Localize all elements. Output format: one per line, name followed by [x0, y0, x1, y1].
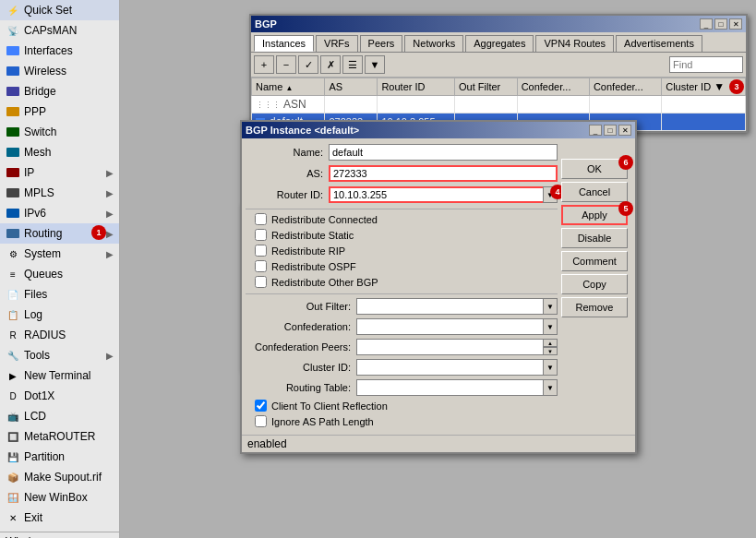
col-out-filter[interactable]: Out Filter: [455, 78, 518, 96]
sidebar-item-metarouter[interactable]: 🔲 MetaROUTER: [0, 426, 119, 447]
tab-networks[interactable]: Networks: [404, 35, 463, 52]
redist-ospf-checkbox[interactable]: [255, 260, 267, 272]
search-input[interactable]: [669, 56, 743, 73]
tab-aggregates[interactable]: Aggregates: [465, 35, 534, 52]
sidebar-item-new-terminal[interactable]: ▶ New Terminal: [0, 365, 119, 386]
enable-button[interactable]: ✓: [298, 55, 318, 74]
out-filter-label: Out Filter:: [246, 301, 356, 312]
confederation-peers-input[interactable]: [356, 339, 543, 355]
sidebar-item-new-winbox[interactable]: 🪟 New WinBox: [0, 487, 119, 508]
col-name[interactable]: Name ▲: [252, 78, 325, 96]
ppp-icon: [6, 104, 20, 119]
sidebar-item-interfaces[interactable]: Interfaces: [0, 41, 119, 61]
dialog-restore-btn[interactable]: □: [604, 125, 617, 136]
filter-button[interactable]: ▼: [365, 55, 385, 74]
peers-down-arrow[interactable]: ▼: [543, 347, 558, 355]
confederation-input[interactable]: [356, 318, 543, 335]
sidebar-item-switch[interactable]: Switch: [0, 122, 119, 142]
out-filter-arrow[interactable]: ▼: [543, 298, 558, 315]
sidebar-item-ipv6[interactable]: IPv6 ▶: [0, 203, 119, 223]
router-id-wrapper: ▼: [329, 186, 558, 203]
sidebar-item-partition[interactable]: 💾 Partition: [0, 447, 119, 467]
sidebar-item-mpls[interactable]: MPLS ▶: [0, 183, 119, 203]
disable-button[interactable]: ✗: [320, 55, 341, 74]
routing-icon: [6, 226, 20, 241]
ignore-as-path-checkbox[interactable]: [255, 415, 267, 427]
cluster-id-arrow[interactable]: ▼: [543, 359, 558, 376]
dialog-copy-button[interactable]: Copy: [561, 274, 628, 294]
client-reflection-checkbox[interactable]: [255, 400, 267, 412]
sidebar-item-queues[interactable]: ≡ Queues: [0, 264, 119, 284]
confederation-peers-label: Confederation Peers:: [246, 341, 356, 353]
sidebar-item-bridge[interactable]: Bridge: [0, 81, 119, 102]
remove-button[interactable]: −: [276, 55, 296, 74]
sidebar-item-ppp[interactable]: PPP: [0, 102, 119, 122]
confederation-arrow[interactable]: ▼: [543, 318, 558, 335]
tab-instances[interactable]: Instances: [254, 35, 314, 52]
router-id-input[interactable]: [329, 186, 543, 203]
name-row: Name:: [246, 144, 558, 161]
sidebar-item-make-supout[interactable]: 📦 Make Supout.rif: [0, 467, 119, 487]
sidebar-item-quickset[interactable]: ⚡ Quick Set: [0, 0, 119, 20]
col-router-id[interactable]: Router ID: [378, 78, 455, 96]
sidebar-item-system[interactable]: ⚙ System ▶: [0, 244, 119, 264]
dialog-minimize-btn[interactable]: _: [589, 125, 602, 136]
sidebar-item-ip[interactable]: IP ▶: [0, 162, 119, 183]
dialog-body: Name: AS: Router ID: ▼ 4: [242, 138, 635, 435]
bgp-minimize-btn[interactable]: _: [700, 18, 713, 30]
sidebar-item-files[interactable]: 📄 Files: [0, 284, 119, 305]
log-icon: 📋: [6, 307, 20, 322]
tab-advertisements[interactable]: Advertisements: [616, 35, 702, 52]
apply-badge: 5: [618, 201, 633, 216]
dialog-close-btn[interactable]: ✕: [618, 125, 631, 136]
routing-table-input[interactable]: [356, 379, 543, 396]
peers-up-arrow[interactable]: ▲: [543, 339, 558, 347]
sidebar-item-exit[interactable]: ✕ Exit: [0, 508, 119, 528]
redist-other-bgp-checkbox[interactable]: [255, 276, 267, 288]
redist-rip-checkbox[interactable]: [255, 245, 267, 257]
tab-vrfs[interactable]: VRFs: [316, 35, 358, 52]
client-reflection-row: Client To Client Reflection: [246, 400, 558, 412]
bgp-close-btn[interactable]: ✕: [729, 18, 742, 30]
new-winbox-icon: 🪟: [6, 490, 20, 505]
dialog-remove-button[interactable]: Remove: [561, 297, 628, 317]
system-icon: ⚙: [6, 246, 20, 261]
sidebar-item-log[interactable]: 📋 Log: [0, 305, 119, 325]
sidebar-item-wireless[interactable]: Wireless: [0, 61, 119, 81]
cluster-id-input[interactable]: [356, 359, 543, 376]
partition-icon: 💾: [6, 449, 20, 464]
dialog-disable-button[interactable]: Disable: [561, 228, 628, 248]
confederation-wrapper: ▼: [356, 318, 558, 335]
add-button[interactable]: +: [254, 55, 274, 74]
redist-static-checkbox[interactable]: [255, 229, 267, 241]
tools-icon: 🔧: [6, 348, 20, 363]
as-input[interactable]: [329, 165, 558, 182]
redist-other-bgp-label: Redistribute Other BGP: [271, 277, 378, 288]
bgp-titlebar: BGP _ □ ✕: [251, 16, 746, 32]
sidebar-item-routing[interactable]: Routing ▶ 1: [0, 223, 119, 244]
new-terminal-icon: ▶: [6, 368, 20, 383]
dialog-comment-button[interactable]: Comment: [561, 251, 628, 271]
bgp-restore-btn[interactable]: □: [714, 18, 727, 30]
tab-peers[interactable]: Peers: [360, 35, 403, 52]
col-confeder2[interactable]: Confeder...: [589, 78, 661, 96]
sidebar-item-capsman[interactable]: 📡 CAPsMAN: [0, 20, 119, 41]
redist-connected-checkbox[interactable]: [255, 213, 267, 225]
name-input[interactable]: [329, 144, 558, 161]
table-row[interactable]: ⋮⋮⋮ ASN: [252, 96, 746, 114]
col-confeder1[interactable]: Confeder...: [517, 78, 589, 96]
sidebar-item-dot1x[interactable]: D Dot1X: [0, 386, 119, 406]
comment-button[interactable]: ☰: [342, 55, 363, 74]
out-filter-row: Out Filter: ▼: [246, 298, 558, 315]
sidebar-item-mesh[interactable]: Mesh: [0, 142, 119, 162]
dialog-right-buttons: OK 6 Cancel Apply 5 Disable Comment Copy…: [561, 159, 628, 317]
col-as[interactable]: AS: [325, 78, 378, 96]
tab-vpn4routes[interactable]: VPN4 Routes: [535, 35, 614, 52]
routing-table-arrow[interactable]: ▼: [543, 379, 558, 396]
sidebar-item-radius[interactable]: R RADIUS: [0, 325, 119, 345]
sidebar-item-lcd[interactable]: 📺 LCD: [0, 406, 119, 426]
sidebar-item-tools[interactable]: 🔧 Tools ▶: [0, 345, 119, 365]
as-row: AS:: [246, 165, 558, 182]
cancel-button[interactable]: Cancel: [561, 182, 628, 202]
out-filter-input[interactable]: [356, 298, 543, 315]
